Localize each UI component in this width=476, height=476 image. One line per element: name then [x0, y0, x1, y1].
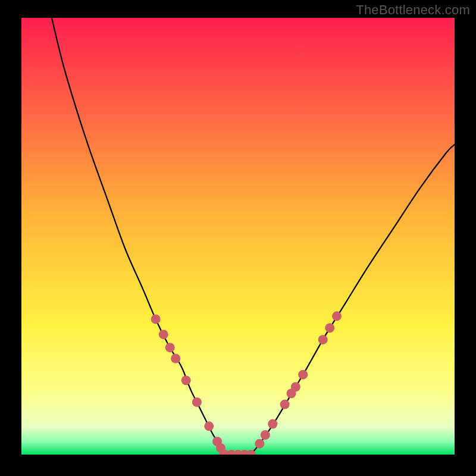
data-marker — [318, 335, 328, 345]
data-marker — [268, 419, 277, 429]
data-marker — [291, 382, 300, 392]
bottleneck-chart — [0, 0, 476, 476]
data-marker — [151, 314, 161, 324]
plot-background — [21, 18, 455, 455]
data-marker — [181, 375, 191, 385]
data-marker — [165, 343, 175, 352]
data-marker — [255, 439, 264, 449]
data-marker — [280, 400, 290, 409]
data-marker — [332, 311, 342, 321]
data-marker — [192, 397, 202, 407]
data-marker — [298, 370, 308, 380]
chart-frame: TheBottleneck.com — [0, 0, 476, 476]
watermark-text: TheBottleneck.com — [356, 2, 470, 18]
data-marker — [171, 354, 180, 364]
data-marker — [204, 421, 214, 431]
data-marker — [261, 430, 270, 440]
data-marker — [159, 330, 168, 339]
data-marker — [246, 450, 256, 459]
data-marker — [325, 323, 334, 333]
